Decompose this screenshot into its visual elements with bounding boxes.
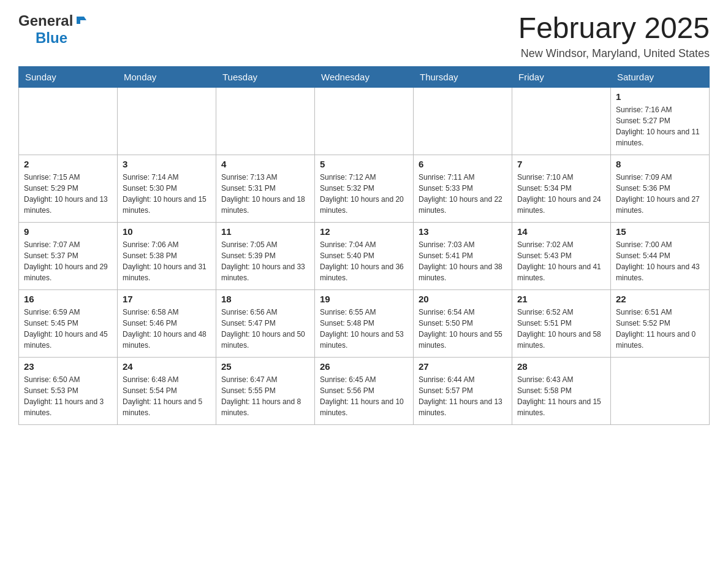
day-info: Sunrise: 6:54 AMSunset: 5:50 PMDaylight:… (419, 307, 507, 351)
day-info: Sunrise: 6:56 AMSunset: 5:47 PMDaylight:… (221, 307, 309, 351)
day-info: Sunrise: 6:51 AMSunset: 5:52 PMDaylight:… (616, 307, 704, 351)
calendar-header-monday: Monday (118, 66, 216, 87)
day-info: Sunrise: 7:09 AMSunset: 5:36 PMDaylight:… (616, 172, 704, 216)
day-info: Sunrise: 6:58 AMSunset: 5:46 PMDaylight:… (123, 307, 211, 351)
day-number: 9 (24, 226, 112, 237)
day-info: Sunrise: 7:15 AMSunset: 5:29 PMDaylight:… (24, 172, 112, 216)
day-info: Sunrise: 6:55 AMSunset: 5:48 PMDaylight:… (320, 307, 408, 351)
week-row-4: 16Sunrise: 6:59 AMSunset: 5:45 PMDayligh… (19, 289, 710, 357)
calendar-cell: 7Sunrise: 7:10 AMSunset: 5:34 PMDaylight… (512, 155, 611, 222)
calendar-cell: 20Sunrise: 6:54 AMSunset: 5:50 PMDayligh… (414, 289, 512, 357)
day-number: 3 (123, 159, 211, 169)
calendar-cell: 16Sunrise: 6:59 AMSunset: 5:45 PMDayligh… (19, 289, 118, 357)
day-number: 28 (517, 361, 605, 372)
day-info: Sunrise: 6:47 AMSunset: 5:55 PMDaylight:… (221, 374, 309, 418)
day-number: 15 (616, 226, 704, 237)
day-number: 5 (320, 159, 408, 169)
day-info: Sunrise: 7:07 AMSunset: 5:37 PMDaylight:… (24, 239, 112, 283)
svg-marker-0 (77, 17, 84, 24)
page-header: General Blue February 2025 New Windsor, … (18, 12, 710, 60)
day-info: Sunrise: 7:14 AMSunset: 5:30 PMDaylight:… (123, 172, 211, 216)
location-subtitle: New Windsor, Maryland, United States (518, 47, 710, 60)
week-row-2: 2Sunrise: 7:15 AMSunset: 5:29 PMDaylight… (19, 155, 710, 222)
day-number: 22 (616, 294, 704, 304)
calendar-cell: 22Sunrise: 6:51 AMSunset: 5:52 PMDayligh… (611, 289, 710, 357)
calendar-header-saturday: Saturday (611, 66, 710, 87)
day-number: 8 (616, 159, 704, 169)
calendar-cell: 9Sunrise: 7:07 AMSunset: 5:37 PMDaylight… (19, 222, 118, 289)
week-row-5: 23Sunrise: 6:50 AMSunset: 5:53 PMDayligh… (19, 357, 710, 424)
calendar-cell: 8Sunrise: 7:09 AMSunset: 5:36 PMDaylight… (611, 155, 710, 222)
calendar-cell: 12Sunrise: 7:04 AMSunset: 5:40 PMDayligh… (315, 222, 414, 289)
day-number: 1 (616, 91, 704, 102)
day-info: Sunrise: 6:50 AMSunset: 5:53 PMDaylight:… (24, 374, 112, 418)
calendar-cell (118, 87, 216, 155)
month-title: February 2025 (518, 12, 710, 45)
day-number: 11 (221, 226, 309, 237)
calendar-cell: 2Sunrise: 7:15 AMSunset: 5:29 PMDaylight… (19, 155, 118, 222)
calendar-header-wednesday: Wednesday (315, 66, 414, 87)
calendar-cell: 15Sunrise: 7:00 AMSunset: 5:44 PMDayligh… (611, 222, 710, 289)
day-info: Sunrise: 7:16 AMSunset: 5:27 PMDaylight:… (616, 104, 704, 148)
calendar-cell: 3Sunrise: 7:14 AMSunset: 5:30 PMDaylight… (118, 155, 216, 222)
calendar-cell: 17Sunrise: 6:58 AMSunset: 5:46 PMDayligh… (118, 289, 216, 357)
calendar-cell (216, 87, 315, 155)
logo-blue-text: Blue (36, 29, 67, 46)
day-number: 16 (24, 294, 112, 304)
day-number: 4 (221, 159, 309, 169)
svg-marker-1 (84, 17, 86, 20)
calendar-header-sunday: Sunday (19, 66, 118, 87)
calendar-cell: 1Sunrise: 7:16 AMSunset: 5:27 PMDaylight… (611, 87, 710, 155)
day-info: Sunrise: 7:13 AMSunset: 5:31 PMDaylight:… (221, 172, 309, 216)
day-info: Sunrise: 6:43 AMSunset: 5:58 PMDaylight:… (517, 374, 605, 418)
calendar-cell: 10Sunrise: 7:06 AMSunset: 5:38 PMDayligh… (118, 222, 216, 289)
calendar-table: SundayMondayTuesdayWednesdayThursdayFrid… (18, 66, 710, 425)
calendar-cell (19, 87, 118, 155)
day-info: Sunrise: 6:48 AMSunset: 5:54 PMDaylight:… (123, 374, 211, 418)
day-number: 23 (24, 361, 112, 372)
day-number: 14 (517, 226, 605, 237)
day-info: Sunrise: 6:44 AMSunset: 5:57 PMDaylight:… (419, 374, 507, 418)
day-number: 12 (320, 226, 408, 237)
day-number: 10 (123, 226, 211, 237)
calendar-cell: 6Sunrise: 7:11 AMSunset: 5:33 PMDaylight… (414, 155, 512, 222)
day-info: Sunrise: 7:02 AMSunset: 5:43 PMDaylight:… (517, 239, 605, 283)
calendar-cell: 27Sunrise: 6:44 AMSunset: 5:57 PMDayligh… (414, 357, 512, 424)
day-info: Sunrise: 6:45 AMSunset: 5:56 PMDaylight:… (320, 374, 408, 418)
calendar-cell: 28Sunrise: 6:43 AMSunset: 5:58 PMDayligh… (512, 357, 611, 424)
calendar-header-friday: Friday (512, 66, 611, 87)
calendar-cell: 24Sunrise: 6:48 AMSunset: 5:54 PMDayligh… (118, 357, 216, 424)
day-number: 25 (221, 361, 309, 372)
day-number: 24 (123, 361, 211, 372)
calendar-header-row: SundayMondayTuesdayWednesdayThursdayFrid… (19, 66, 710, 87)
calendar-cell: 5Sunrise: 7:12 AMSunset: 5:32 PMDaylight… (315, 155, 414, 222)
calendar-cell (611, 357, 710, 424)
day-info: Sunrise: 7:03 AMSunset: 5:41 PMDaylight:… (419, 239, 507, 283)
calendar-cell: 21Sunrise: 6:52 AMSunset: 5:51 PMDayligh… (512, 289, 611, 357)
day-info: Sunrise: 7:05 AMSunset: 5:39 PMDaylight:… (221, 239, 309, 283)
title-block: February 2025 New Windsor, Maryland, Uni… (518, 12, 710, 60)
calendar-header-thursday: Thursday (414, 66, 512, 87)
day-number: 2 (24, 159, 112, 169)
calendar-cell (315, 87, 414, 155)
logo-icon (74, 14, 86, 26)
day-number: 19 (320, 294, 408, 304)
day-info: Sunrise: 7:06 AMSunset: 5:38 PMDaylight:… (123, 239, 211, 283)
day-number: 21 (517, 294, 605, 304)
day-info: Sunrise: 6:52 AMSunset: 5:51 PMDaylight:… (517, 307, 605, 351)
calendar-cell: 19Sunrise: 6:55 AMSunset: 5:48 PMDayligh… (315, 289, 414, 357)
day-number: 20 (419, 294, 507, 304)
day-number: 6 (419, 159, 507, 169)
calendar-header-tuesday: Tuesday (216, 66, 315, 87)
day-info: Sunrise: 7:12 AMSunset: 5:32 PMDaylight:… (320, 172, 408, 216)
day-number: 7 (517, 159, 605, 169)
calendar-cell: 11Sunrise: 7:05 AMSunset: 5:39 PMDayligh… (216, 222, 315, 289)
calendar-cell: 25Sunrise: 6:47 AMSunset: 5:55 PMDayligh… (216, 357, 315, 424)
calendar-cell (512, 87, 611, 155)
week-row-1: 1Sunrise: 7:16 AMSunset: 5:27 PMDaylight… (19, 87, 710, 155)
calendar-cell: 13Sunrise: 7:03 AMSunset: 5:41 PMDayligh… (414, 222, 512, 289)
logo: General Blue (18, 12, 86, 47)
calendar-cell: 4Sunrise: 7:13 AMSunset: 5:31 PMDaylight… (216, 155, 315, 222)
day-number: 17 (123, 294, 211, 304)
calendar-cell (414, 87, 512, 155)
